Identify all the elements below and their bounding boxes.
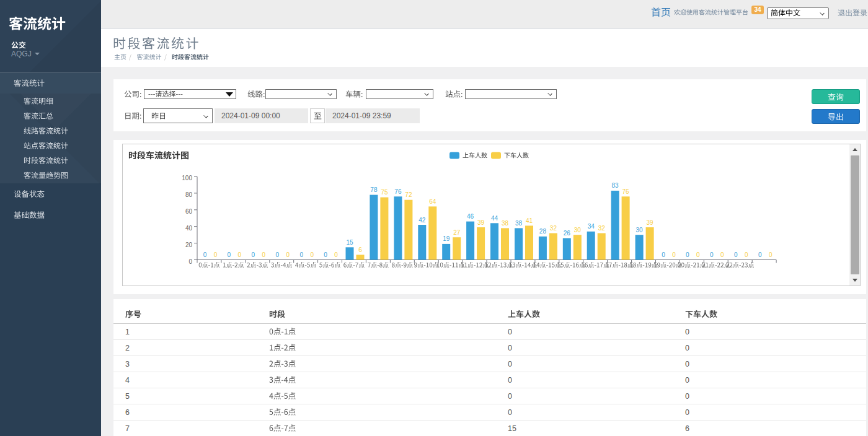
svg-text:38: 38	[515, 220, 523, 227]
svg-text:46: 46	[467, 213, 474, 220]
svg-text:0: 0	[188, 258, 192, 265]
svg-text:34: 34	[588, 223, 595, 230]
svg-text:0: 0	[769, 251, 773, 258]
svg-text:39: 39	[477, 219, 485, 226]
svg-text:76: 76	[394, 188, 402, 195]
svg-text:30: 30	[574, 227, 582, 233]
svg-text:0: 0	[203, 251, 207, 258]
svg-text:27: 27	[453, 229, 461, 236]
svg-text:0: 0	[720, 251, 724, 258]
svg-text:64: 64	[429, 198, 436, 205]
svg-text:30: 30	[636, 227, 644, 233]
svg-text:0: 0	[758, 251, 762, 258]
svg-text:0: 0	[252, 251, 255, 258]
svg-text:40: 40	[185, 225, 193, 232]
svg-text:0: 0	[686, 251, 689, 258]
svg-text:44: 44	[491, 215, 498, 222]
svg-text:0: 0	[334, 251, 338, 258]
svg-text:41: 41	[526, 217, 533, 224]
svg-text:19: 19	[443, 235, 450, 242]
svg-text:0: 0	[228, 251, 231, 258]
svg-text:15: 15	[346, 239, 353, 246]
svg-text:0: 0	[286, 251, 290, 258]
svg-text:78: 78	[370, 186, 378, 193]
svg-text:0: 0	[276, 251, 280, 258]
svg-text:0: 0	[745, 251, 748, 258]
svg-text:39: 39	[647, 219, 654, 226]
svg-text:26: 26	[564, 230, 571, 237]
svg-text:42: 42	[418, 217, 426, 224]
svg-text:76: 76	[622, 188, 630, 195]
svg-text:0: 0	[238, 251, 242, 258]
svg-text:0: 0	[214, 251, 218, 258]
svg-text:0: 0	[710, 251, 714, 258]
svg-text:0: 0	[662, 251, 665, 258]
svg-text:0: 0	[324, 251, 327, 258]
svg-text:0: 0	[734, 251, 738, 258]
svg-text:32: 32	[598, 225, 606, 232]
svg-text:83: 83	[612, 182, 619, 189]
svg-text:28: 28	[539, 228, 547, 235]
svg-text:20: 20	[185, 242, 193, 248]
svg-text:0: 0	[299, 251, 303, 258]
svg-text:72: 72	[405, 191, 412, 198]
svg-text:0: 0	[262, 251, 266, 258]
svg-text:38: 38	[502, 220, 509, 227]
svg-text:80: 80	[185, 191, 193, 198]
svg-text:100: 100	[182, 175, 192, 181]
svg-text:32: 32	[550, 225, 557, 232]
svg-text:75: 75	[381, 189, 388, 196]
svg-text:60: 60	[185, 208, 193, 215]
svg-text:0: 0	[696, 251, 700, 258]
svg-text:6: 6	[358, 246, 362, 253]
svg-text:0: 0	[672, 251, 676, 258]
svg-text:0: 0	[310, 251, 314, 258]
